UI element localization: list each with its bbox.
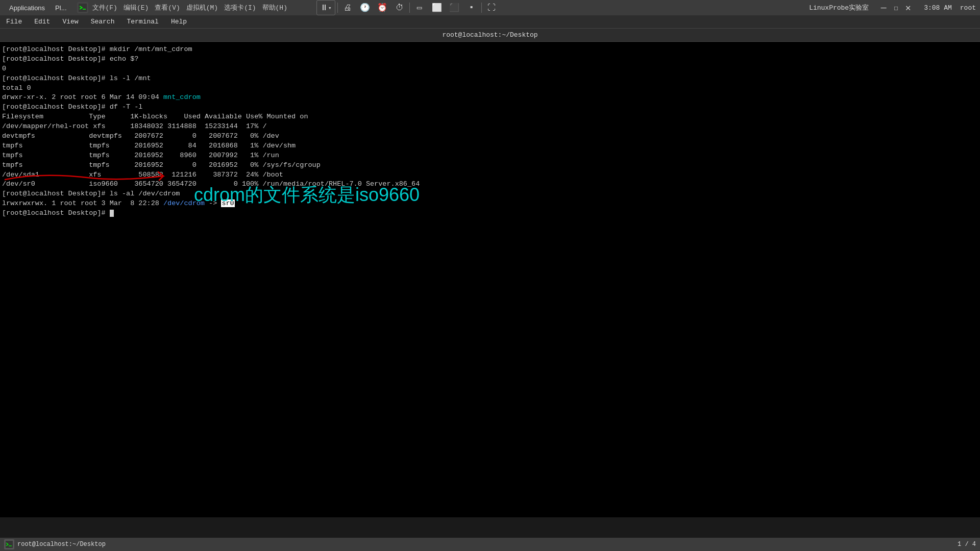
menu-xuanxiang[interactable]: 选项卡(I) bbox=[224, 3, 256, 12]
terminal-line-3: 0 bbox=[2, 64, 978, 74]
timer-icon[interactable]: ⏱ bbox=[392, 0, 407, 15]
layout2-icon[interactable]: ⬜ bbox=[429, 0, 445, 15]
print-icon[interactable]: 🖨 bbox=[340, 0, 355, 15]
terminal-title-bar: root@localhost:~/Desktop bbox=[0, 29, 980, 42]
layout1-icon[interactable]: ▭ bbox=[412, 0, 427, 15]
system-bar: Applications Pl... 文件(F) 编辑(E) 查看(V) 虚拟机… bbox=[0, 0, 980, 15]
terminal-line-1: [root@localhost Desktop]# mkdir /mnt/mnt… bbox=[2, 45, 978, 55]
pause-icon[interactable]: ⏸▾ bbox=[316, 0, 335, 15]
menu-view[interactable]: View bbox=[56, 15, 84, 29]
terminal-line-12: tmpfs tmpfs 2016952 8960 2007992 1% /run bbox=[2, 151, 978, 161]
taskbar-label: root@localhost:~/Desktop bbox=[17, 541, 106, 548]
lab-name: LinuxProbe实验室 bbox=[809, 3, 869, 12]
terminal-line-6: drwxr-xr-x. 2 root root 6 Mar 14 09:04 m… bbox=[2, 93, 978, 103]
terminal-app-icon[interactable] bbox=[77, 2, 88, 13]
menu-bianji[interactable]: 编辑(E) bbox=[124, 3, 149, 12]
terminal-line-16: [root@localhost Desktop]# ls -al /dev/cd… bbox=[2, 189, 978, 199]
terminal-line-10: devtmpfs devtmpfs 2007672 0 2007672 0% /… bbox=[2, 132, 978, 141]
menu-chakan[interactable]: 查看(V) bbox=[155, 3, 180, 12]
menu-bangzhu[interactable]: 帮助(H) bbox=[262, 3, 287, 12]
menu-xuniji[interactable]: 虚拟机(M) bbox=[186, 3, 218, 12]
svg-rect-2 bbox=[6, 541, 13, 548]
layout3-icon[interactable]: ⬛ bbox=[447, 0, 462, 15]
terminal-title: root@localhost:~/Desktop bbox=[442, 31, 537, 39]
terminal-line-9: /dev/mapper/rhel-root xfs 18348032 31148… bbox=[2, 122, 978, 132]
status-left: root@localhost:~/Desktop bbox=[4, 539, 106, 549]
menu-bar: File Edit View Search Terminal Help bbox=[0, 15, 980, 29]
terminal-content[interactable]: [root@localhost Desktop]# mkdir /mnt/mnt… bbox=[0, 42, 980, 517]
menu-wenjiann[interactable]: 文件(F) bbox=[92, 3, 117, 12]
terminal-line-4: [root@localhost Desktop]# ls -l /mnt bbox=[2, 74, 978, 84]
username-display: root bbox=[960, 4, 976, 12]
toolbar-area: ⏸▾ 🖨 🕐 ⏰ ⏱ ▭ ⬜ ⬛ ▪ ⛶ bbox=[316, 0, 499, 15]
terminal-line-2: [root@localhost Desktop]# echo $? bbox=[2, 55, 978, 64]
system-bar-left: Applications Pl... 文件(F) 编辑(E) 查看(V) 虚拟机… bbox=[4, 0, 287, 15]
terminal-line-5: total 0 bbox=[2, 84, 978, 93]
layout4-icon[interactable]: ▪ bbox=[464, 0, 479, 15]
menu-help[interactable]: Help bbox=[165, 15, 193, 29]
maximize-button[interactable]: ☐ bbox=[890, 2, 901, 13]
close-button[interactable]: ✕ bbox=[902, 2, 914, 13]
clock-icon[interactable]: ⏰ bbox=[375, 0, 390, 15]
menu-terminal[interactable]: Terminal bbox=[120, 15, 164, 29]
menu-search[interactable]: Search bbox=[85, 15, 121, 29]
terminal-line-7: [root@localhost Desktop]# df -T -l bbox=[2, 103, 978, 112]
red-arrow bbox=[0, 167, 194, 185]
fullscreen-icon[interactable]: ⛶ bbox=[484, 0, 499, 15]
status-bar: root@localhost:~/Desktop 1 / 4 bbox=[0, 538, 980, 551]
status-right: 1 / 4 bbox=[958, 541, 976, 548]
applications-menu[interactable]: Applications bbox=[4, 0, 50, 15]
menu-edit[interactable]: Edit bbox=[28, 15, 56, 29]
history-icon[interactable]: 🕐 bbox=[357, 0, 373, 15]
terminal-line-8: Filesystem Type 1K-blocks Used Available… bbox=[2, 112, 978, 122]
clock-display: 3:08 AM bbox=[924, 4, 952, 12]
taskbar-terminal-icon[interactable] bbox=[4, 539, 14, 549]
places-menu[interactable]: Pl... bbox=[50, 0, 71, 15]
terminal-line-17: lrwxrwxrwx. 1 root root 3 Mar 8 22:28 /d… bbox=[2, 199, 978, 209]
terminal-line-11: tmpfs tmpfs 2016952 84 2016868 1% /dev/s… bbox=[2, 141, 978, 151]
terminal-line-18: [root@localhost Desktop]# bbox=[2, 209, 978, 218]
menu-file[interactable]: File bbox=[0, 15, 28, 29]
minimize-button[interactable]: — bbox=[878, 2, 889, 13]
system-bar-right: LinuxProbe实验室 — ☐ ✕ 3:08 AM root bbox=[809, 2, 976, 13]
